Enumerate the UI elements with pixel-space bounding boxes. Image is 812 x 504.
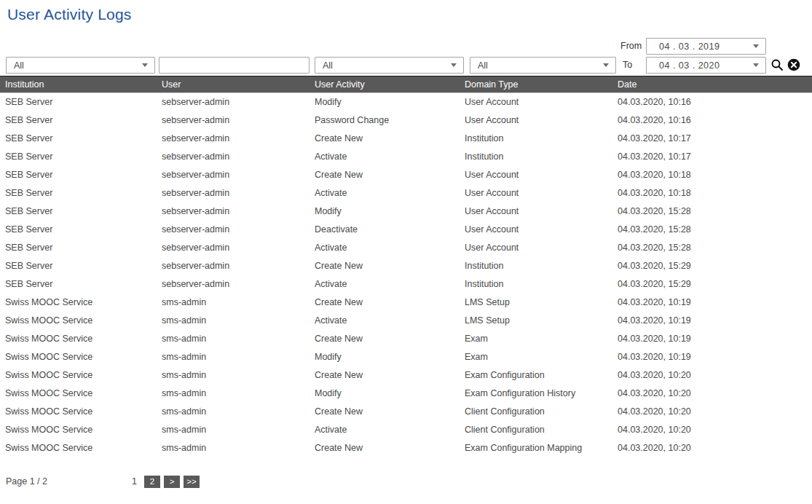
- table-cell: sebserver-admin: [157, 130, 310, 148]
- table-cell: sebserver-admin: [157, 148, 310, 166]
- column-header-institution[interactable]: Institution: [0, 76, 157, 93]
- table-cell: User Account: [460, 93, 612, 111]
- table-cell: Modify: [310, 202, 460, 221]
- institution-filter-select[interactable]: All: [6, 57, 155, 74]
- table-cell: Swiss MOOC Service: [0, 385, 157, 403]
- from-date-select[interactable]: 04 . 03 . 2019: [646, 38, 766, 55]
- table-cell: sebserver-admin: [157, 184, 310, 202]
- table-cell: SEB Server: [0, 130, 157, 148]
- table-row[interactable]: SEB Serversebserver-adminModifyUser Acco…: [0, 202, 812, 221]
- page-indicator: Page 1 / 2: [6, 476, 47, 487]
- table-cell: Swiss MOOC Service: [0, 366, 157, 385]
- table-cell: Modify: [310, 93, 460, 111]
- table-row[interactable]: Swiss MOOC Servicesms-adminCreate NewExa…: [0, 330, 812, 348]
- table-cell: 04.03.2020, 10:19: [612, 294, 812, 312]
- table-cell: Exam: [460, 348, 612, 366]
- table-cell: Activate: [310, 312, 460, 330]
- table-row[interactable]: SEB Serversebserver-adminCreate NewUser …: [0, 166, 812, 184]
- chevron-down-icon: [603, 63, 609, 67]
- user-filter-input[interactable]: [159, 57, 310, 74]
- table-cell: User Account: [460, 184, 612, 202]
- table-cell: LMS Setup: [460, 294, 612, 312]
- table-cell: Create New: [310, 403, 460, 421]
- table-cell: Activate: [310, 184, 460, 202]
- table-row[interactable]: Swiss MOOC Servicesms-adminActivateLMS S…: [0, 312, 812, 330]
- table-cell: 04.03.2020, 10:20: [612, 403, 812, 421]
- activity-filter-select[interactable]: All: [315, 57, 464, 74]
- table-cell: Swiss MOOC Service: [0, 421, 157, 439]
- table-row[interactable]: Swiss MOOC Servicesms-adminCreate NewExa…: [0, 439, 812, 457]
- table-row[interactable]: SEB Serversebserver-adminCreate NewInsti…: [0, 257, 812, 275]
- table-row[interactable]: Swiss MOOC Servicesms-adminModifyExam Co…: [0, 385, 812, 403]
- table-row[interactable]: SEB Serversebserver-adminActivateUser Ac…: [0, 239, 812, 257]
- pagination-page-2-button[interactable]: 2: [144, 476, 160, 488]
- table-cell: Modify: [310, 348, 460, 366]
- activity-log-table: Institution User User Activity Domain Ty…: [0, 76, 812, 457]
- pagination-next-button[interactable]: >: [164, 476, 180, 488]
- table-row[interactable]: SEB Serversebserver-adminActivateInstitu…: [0, 275, 812, 294]
- table-cell: User Account: [460, 166, 612, 184]
- table-row[interactable]: Swiss MOOC Servicesms-adminCreate NewCli…: [0, 403, 812, 421]
- column-header-user-activity[interactable]: User Activity: [310, 76, 460, 93]
- table-row[interactable]: SEB Serversebserver-adminActivateUser Ac…: [0, 184, 812, 202]
- table-cell: Create New: [310, 439, 460, 457]
- table-cell: Create New: [310, 330, 460, 348]
- table-row[interactable]: Swiss MOOC Servicesms-adminCreate NewLMS…: [0, 294, 812, 312]
- table-row[interactable]: SEB Serversebserver-adminDeactivateUser …: [0, 221, 812, 239]
- table-cell: 04.03.2020, 15:29: [612, 257, 812, 275]
- table-cell: 04.03.2020, 10:19: [612, 348, 812, 366]
- table-cell: Client Configuration: [460, 403, 612, 421]
- column-header-user[interactable]: User: [157, 76, 310, 93]
- table-cell: Swiss MOOC Service: [0, 439, 157, 457]
- table-cell: Activate: [310, 239, 460, 257]
- table-cell: sebserver-admin: [157, 166, 310, 184]
- table-cell: Exam Configuration Mapping: [460, 439, 612, 457]
- column-header-domain-type[interactable]: Domain Type: [460, 76, 612, 93]
- table-row[interactable]: Swiss MOOC Servicesms-adminActivateClien…: [0, 421, 812, 439]
- user-activity-logs-page: User Activity Logs From 04 . 03 . 2019 A…: [0, 0, 812, 504]
- domain-filter-select[interactable]: All: [470, 57, 616, 74]
- table-cell: 04.03.2020, 10:18: [612, 166, 812, 184]
- table-cell: 04.03.2020, 10:19: [612, 312, 812, 330]
- table-cell: 04.03.2020, 15:29: [612, 275, 812, 294]
- table-cell: sebserver-admin: [157, 93, 310, 111]
- table-cell: sms-admin: [157, 385, 310, 403]
- table-row[interactable]: Swiss MOOC Servicesms-adminModifyExam04.…: [0, 348, 812, 366]
- pagination-last-button[interactable]: >>: [184, 476, 200, 488]
- table-cell: Swiss MOOC Service: [0, 348, 157, 366]
- table-cell: Activate: [310, 148, 460, 166]
- table-cell: 04.03.2020, 10:20: [612, 385, 812, 403]
- table-cell: Password Change: [310, 111, 460, 130]
- table-cell: SEB Server: [0, 221, 157, 239]
- table-cell: 04.03.2020, 10:20: [612, 421, 812, 439]
- table-cell: User Account: [460, 239, 612, 257]
- clear-circle-icon[interactable]: [787, 58, 800, 71]
- table-row[interactable]: SEB Serversebserver-adminCreate NewInsti…: [0, 130, 812, 148]
- chevron-down-icon: [753, 44, 759, 48]
- table-cell: sebserver-admin: [157, 239, 310, 257]
- table-cell: SEB Server: [0, 239, 157, 257]
- column-header-date[interactable]: Date: [612, 76, 812, 93]
- table-cell: sms-admin: [157, 366, 310, 385]
- table-cell: Activate: [310, 275, 460, 294]
- table-row[interactable]: SEB Serversebserver-adminPassword Change…: [0, 111, 812, 130]
- table-cell: sebserver-admin: [157, 275, 310, 294]
- to-date-value: 04 . 03 . 2020: [659, 60, 720, 71]
- table-cell: sebserver-admin: [157, 257, 310, 275]
- table-row[interactable]: Swiss MOOC Servicesms-adminCreate NewExa…: [0, 366, 812, 385]
- table-cell: 04.03.2020, 10:18: [612, 184, 812, 202]
- table-row[interactable]: SEB Serversebserver-adminActivateInstitu…: [0, 148, 812, 166]
- table-body: SEB Serversebserver-adminModifyUser Acco…: [0, 93, 812, 457]
- table-cell: 04.03.2020, 10:17: [612, 130, 812, 148]
- chevron-down-icon: [451, 63, 457, 67]
- table-cell: User Account: [460, 202, 612, 221]
- to-date-select[interactable]: 04 . 03 . 2020: [646, 57, 766, 74]
- table-cell: Institution: [460, 275, 612, 294]
- table-cell: SEB Server: [0, 184, 157, 202]
- table-cell: Activate: [310, 421, 460, 439]
- search-icon[interactable]: [770, 58, 784, 71]
- table-cell: sms-admin: [157, 348, 310, 366]
- table-cell: SEB Server: [0, 202, 157, 221]
- table-cell: Swiss MOOC Service: [0, 312, 157, 330]
- table-row[interactable]: SEB Serversebserver-adminModifyUser Acco…: [0, 93, 812, 111]
